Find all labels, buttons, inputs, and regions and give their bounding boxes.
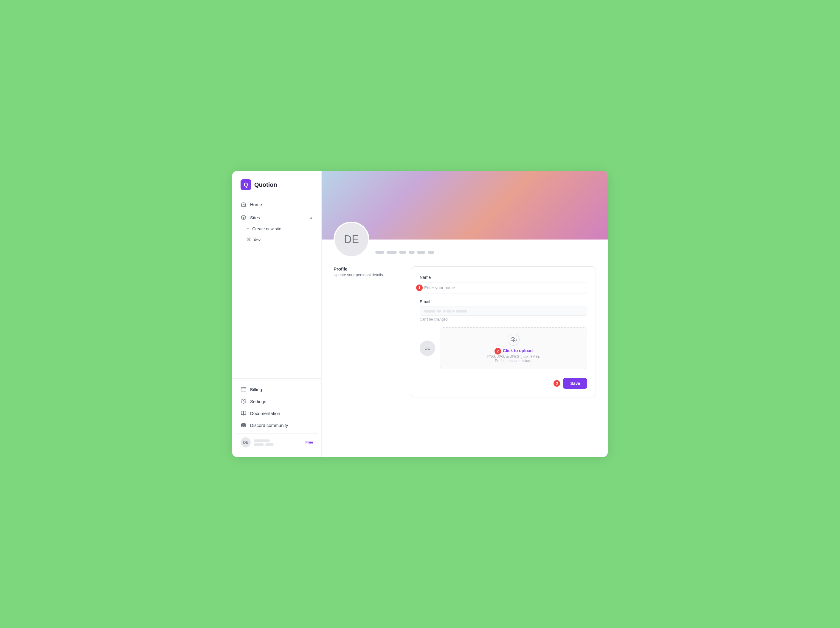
email-bar-1 — [424, 310, 436, 313]
name-field-wrapper: 1 — [420, 282, 587, 293]
upload-icon — [508, 334, 519, 346]
sites-children: + Create new site ⌘ dev — [236, 223, 318, 245]
svg-point-3 — [243, 401, 245, 402]
sites-label: Sites — [250, 215, 260, 220]
documentation-label: Documentation — [250, 411, 280, 416]
logo-icon: Q — [240, 179, 251, 190]
settings-label: Settings — [250, 399, 266, 404]
app-name: Quotion — [254, 181, 277, 188]
credit-card-icon — [240, 386, 246, 392]
create-new-site-label: Create new site — [252, 227, 281, 231]
email-label: Email — [420, 299, 587, 304]
sidebar-nav: Home Sites ▲ + — [232, 198, 321, 374]
book-icon — [240, 410, 246, 416]
email-hint: Can't be changed. — [420, 317, 587, 321]
profile-section-title: Profile — [333, 266, 399, 271]
avatar-name-bars — [375, 251, 434, 257]
upload-hint-line2: Prefer a square picture. — [487, 359, 540, 363]
upload-row: DE 2 Click to uploa — [420, 327, 587, 369]
profile-section-subtitle: Update your personal details. — [333, 272, 399, 277]
billing-label: Billing — [250, 387, 262, 392]
logo-area: Q Quotion — [232, 179, 321, 198]
name-form-group: Name 1 — [420, 275, 587, 293]
step-3-badge: 3 — [554, 380, 560, 387]
form-footer: 3 Save — [420, 375, 587, 389]
email-bar-3 — [443, 310, 446, 313]
upload-click-label: Click to upload — [503, 348, 533, 353]
dev-label: dev — [254, 237, 261, 242]
name-label: Name — [420, 275, 587, 280]
sidebar-item-documentation[interactable]: Documentation — [236, 407, 318, 419]
sidebar-item-home[interactable]: Home — [236, 198, 318, 210]
svg-marker-0 — [242, 216, 246, 218]
plus-icon: + — [246, 226, 249, 231]
avatar-bar-5 — [417, 251, 425, 254]
sidebar-item-dev[interactable]: ⌘ dev — [242, 234, 318, 245]
user-avatar-small: DE — [240, 438, 251, 447]
sidebar-item-sites[interactable]: Sites ▲ — [236, 211, 318, 223]
home-label: Home — [250, 202, 262, 207]
svg-rect-1 — [241, 387, 246, 391]
avatar-bar-1 — [375, 251, 384, 254]
name-input[interactable] — [420, 282, 587, 293]
upload-hint: PNG, JPG, or JPEG (max. 3MB). Prefer a s… — [487, 354, 540, 363]
profile-form-area: Profile Update your personal details. Na… — [333, 266, 596, 397]
upload-avatar-preview: DE — [420, 340, 435, 356]
avatar-large: DE — [333, 222, 369, 257]
user-row: DE Free — [236, 433, 318, 451]
user-plan-badge: Free — [306, 440, 313, 444]
upload-hint-line1: PNG, JPG, or JPEG (max. 3MB). — [487, 354, 540, 359]
sites-section: Sites ▲ + Create new site ⌘ dev — [236, 211, 318, 245]
profile-label-col: Profile Update your personal details. — [333, 266, 399, 397]
user-name-bars — [254, 439, 274, 446]
avatar-bar-2 — [387, 251, 397, 254]
email-form-group: Email Can't be changed. — [420, 299, 587, 321]
chevron-up-icon: ▲ — [309, 216, 313, 220]
sidebar-item-billing[interactable]: Billing — [236, 383, 318, 395]
email-field-display — [420, 307, 587, 316]
profile-form-card: Name 1 Email — [411, 266, 596, 397]
email-bar-6 — [456, 310, 467, 313]
discord-icon — [240, 422, 246, 428]
avatar-bar-4 — [409, 251, 415, 254]
user-name-bar-3 — [265, 443, 274, 446]
email-bar-4 — [447, 310, 451, 313]
profile-section: DE Profile Update your personal details. — [322, 239, 608, 457]
layers-icon — [240, 214, 246, 220]
save-btn-wrapper: 3 Save — [554, 378, 587, 389]
avatar-bar-3 — [399, 251, 406, 254]
step-1-badge: 1 — [416, 285, 423, 291]
home-icon — [240, 201, 246, 207]
avatar-bar-6 — [428, 251, 434, 254]
discord-label: Discord community — [250, 423, 288, 428]
settings-icon — [240, 398, 246, 404]
upload-click-wrapper: 2 Click to upload — [494, 348, 533, 354]
email-bar-2 — [437, 310, 441, 313]
cmd-icon: ⌘ — [246, 237, 251, 242]
user-name-bar-2 — [254, 443, 264, 446]
sidebar-item-settings[interactable]: Settings — [236, 395, 318, 407]
main-content: DE Profile Update your personal details. — [322, 171, 608, 457]
upload-box[interactable]: 2 Click to upload PNG, JPG, or JPEG (max… — [440, 327, 587, 369]
avatar-area: DE — [333, 222, 596, 257]
sidebar: Q Quotion Home — [232, 171, 322, 457]
email-bar-5 — [452, 310, 455, 313]
app-container: Q Quotion Home — [232, 171, 608, 457]
sidebar-item-discord[interactable]: Discord community — [236, 419, 318, 431]
sidebar-item-create-new-site[interactable]: + Create new site — [242, 223, 318, 234]
sidebar-bottom: Billing Settings Documen — [232, 378, 321, 451]
step-2-badge: 2 — [494, 348, 501, 354]
user-name-bar-1 — [254, 439, 270, 442]
save-button[interactable]: Save — [563, 378, 587, 389]
